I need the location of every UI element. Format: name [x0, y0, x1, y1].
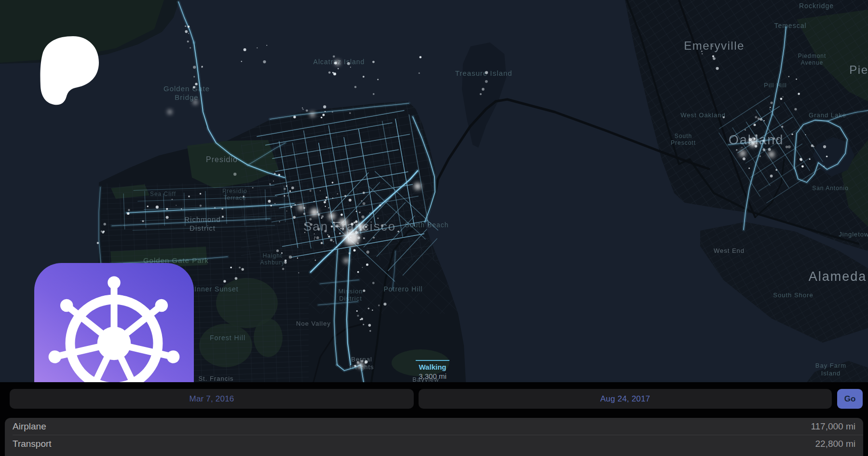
svg-text:Inner Sunset: Inner Sunset: [194, 285, 238, 293]
svg-text:Avenue: Avenue: [801, 59, 823, 66]
start-date-field[interactable]: Mar 7, 2016: [10, 389, 414, 409]
svg-text:Haight: Haight: [263, 252, 283, 259]
svg-text:Pill Hill: Pill Hill: [764, 82, 787, 89]
svg-text:Jingletown: Jingletown: [839, 231, 868, 238]
svg-text:St. Francis: St. Francis: [198, 375, 233, 382]
go-button[interactable]: Go: [837, 389, 863, 409]
bottom-bar: Mar 7, 2016 Aug 24, 2017 Go Airplane 117…: [0, 382, 868, 456]
svg-text:Emeryville: Emeryville: [684, 39, 745, 52]
patreon-logo: [39, 34, 101, 105]
svg-text:South Beach: South Beach: [405, 221, 448, 229]
start-date-value: Mar 7, 2016: [190, 394, 234, 404]
stat-label: Airplane: [13, 421, 46, 432]
stats-panel: Airplane 117,000 mi Transport 22,800 mi: [5, 418, 863, 456]
svg-text:3,300 mi: 3,300 mi: [419, 372, 447, 380]
stat-value: 117,000 mi: [811, 421, 855, 432]
svg-text:Piedmont: Piedmont: [798, 53, 827, 59]
stat-row-airplane[interactable]: Airplane 117,000 mi: [5, 418, 863, 435]
stat-value: 22,800 mi: [815, 439, 855, 449]
svg-text:Piedmont: Piedmont: [849, 63, 868, 76]
svg-text:Rockridge: Rockridge: [799, 2, 834, 10]
svg-text:Alameda: Alameda: [809, 269, 867, 284]
patreon-blob-icon: [39, 34, 101, 105]
walking-callout: Walking3,300 mi: [416, 360, 449, 380]
svg-text:Forest Hill: Forest Hill: [210, 334, 245, 342]
stat-label: Transport: [13, 439, 52, 449]
svg-text:South: South: [675, 133, 692, 139]
end-date-value: Aug 24, 2017: [600, 394, 651, 404]
app-window: Golden GateBridgeAlcatraz IslandTreasure…: [0, 0, 868, 456]
svg-text:West End: West End: [714, 247, 745, 254]
svg-text:West Oakland: West Oakland: [680, 111, 725, 119]
svg-text:Island: Island: [821, 370, 841, 377]
svg-text:Walking: Walking: [419, 363, 447, 371]
svg-text:Sea Cliff: Sea Cliff: [150, 191, 176, 197]
svg-text:Treasure Island: Treasure Island: [455, 69, 513, 77]
svg-text:Ashbury: Ashbury: [260, 259, 285, 266]
svg-text:Prescott: Prescott: [671, 139, 696, 146]
svg-text:Potrero Hill: Potrero Hill: [383, 285, 422, 293]
end-date-field[interactable]: Aug 24, 2017: [419, 389, 832, 409]
stat-row-transport[interactable]: Transport 22,800 mi: [5, 435, 863, 452]
svg-text:Golden Gate: Golden Gate: [163, 84, 210, 93]
svg-text:Bridge: Bridge: [175, 93, 198, 101]
svg-text:Temescal: Temescal: [774, 22, 806, 29]
svg-text:Bay Farm: Bay Farm: [815, 362, 846, 369]
svg-text:South Shore: South Shore: [773, 291, 813, 299]
svg-text:Noe Valley: Noe Valley: [296, 320, 331, 327]
svg-text:San Antonio: San Antonio: [812, 185, 849, 192]
svg-text:Mission: Mission: [338, 288, 363, 295]
